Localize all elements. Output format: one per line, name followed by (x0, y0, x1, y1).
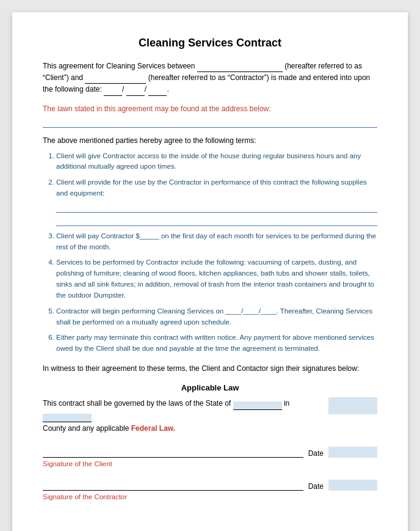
term-item-2: Client will provide for the use by the C… (56, 177, 377, 226)
term-5-text: Contractor will begin performing Cleanin… (56, 307, 372, 326)
date-year-blank[interactable] (148, 87, 167, 96)
contractor-sig-label: Signature of the Contractor (43, 493, 377, 500)
term-item-1: Client will give Contractor access to th… (56, 151, 377, 173)
intro-line1-pre: This agreement for Cleaning Services bet… (43, 62, 195, 70)
witness-text: In witness to their agreement to these t… (43, 363, 377, 375)
terms-list: Client will give Contractor access to th… (43, 151, 377, 354)
term-4-text: Services to be performed by Contractor i… (56, 258, 374, 298)
law-text-mid: in (284, 399, 289, 408)
contractor-name-blank[interactable] (85, 75, 146, 84)
term-item-5: Contractor will begin performing Cleanin… (56, 306, 377, 328)
term-2-text: Client will provide for the use by the C… (56, 178, 367, 197)
contractor-sig-row: Date (43, 480, 377, 491)
contractor-date-field[interactable] (328, 480, 377, 491)
intro-paragraph: This agreement for Cleaning Services bet… (43, 60, 377, 96)
supplies-line-1[interactable] (56, 203, 377, 213)
term-1-text: Client will give Contractor access to th… (56, 152, 361, 170)
supplies-lines (56, 203, 377, 226)
client-date-field[interactable] (328, 447, 377, 458)
law-text-pre: This contract shall be governed by the l… (43, 399, 231, 408)
date-month-blank[interactable] (126, 87, 145, 96)
top-right-field[interactable] (328, 397, 377, 414)
term-item-6: Either party may terminate this contract… (56, 332, 377, 354)
date-day-blank[interactable] (104, 87, 122, 96)
address-section: The lawn stated in this agreement may be… (43, 104, 377, 128)
applicable-law-heading: Applicable Law (43, 383, 377, 392)
contractor-signature-line[interactable] (43, 480, 303, 491)
terms-intro: The above mentioned parties hereby agree… (43, 136, 377, 145)
terms-intro-text: The above mentioned parties hereby agree… (43, 136, 256, 145)
document-page: Cleaning Services Contract This agreemen… (12, 12, 408, 531)
client-name-blank[interactable] (197, 64, 283, 72)
county-blank[interactable] (43, 414, 92, 422)
client-signature-line[interactable] (43, 447, 303, 458)
term-6-text: Either party may terminate this contract… (56, 334, 374, 352)
address-input-line[interactable] (43, 117, 377, 128)
contractor-signature-section: Date Signature of the Contractor (43, 480, 377, 500)
term-item-3: Client will pay Contractor $_____ on the… (56, 231, 377, 253)
term-item-4: Services to be performed by Contractor i… (56, 257, 377, 301)
client-signature-section: Date Signature of the Client (43, 447, 377, 467)
federal-law-text: Federal Law. (131, 424, 175, 433)
client-sig-row: Date (43, 447, 377, 458)
address-label: The lawn stated in this agreement may be… (43, 104, 377, 113)
client-date-label: Date (308, 449, 324, 458)
state-blank[interactable] (233, 401, 282, 410)
document-title: Cleaning Services Contract (43, 37, 377, 49)
client-sig-label: Signature of the Client (43, 460, 377, 467)
contractor-date-label: Date (308, 482, 324, 491)
supplies-line-2[interactable] (56, 216, 377, 226)
term-3-text: Client will pay Contractor $_____ on the… (56, 232, 376, 251)
law-text: This contract shall be governed by the l… (43, 397, 377, 434)
law-text-post: County and any applicable (43, 424, 129, 433)
